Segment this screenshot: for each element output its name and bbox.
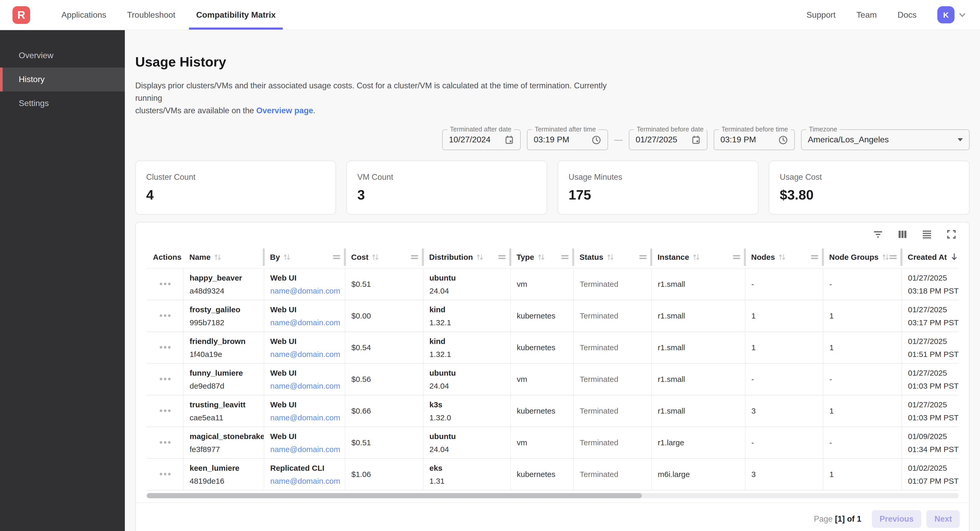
sort-icon[interactable] — [537, 253, 545, 262]
topnav-link-team[interactable]: Team — [856, 10, 877, 19]
row-actions-button[interactable] — [153, 378, 178, 380]
column-header[interactable]: Status — [573, 246, 651, 268]
column-resize-handle[interactable] — [822, 248, 824, 266]
column-resize-handle[interactable] — [422, 248, 424, 266]
distribution-cell: ubuntu 24.04 — [423, 426, 510, 458]
node-groups-cell: 1 — [823, 458, 902, 490]
clock-icon[interactable] — [778, 135, 788, 145]
column-header[interactable]: Node Groups — [823, 246, 902, 268]
column-resize-handle[interactable] — [744, 248, 746, 266]
column-header[interactable]: Name — [183, 246, 264, 268]
email-link[interactable]: name@domain.com — [270, 476, 339, 485]
column-header[interactable]: Nodes — [745, 246, 823, 268]
field-value[interactable]: 03:19 PM — [534, 135, 570, 144]
row-actions-button[interactable] — [153, 441, 178, 444]
topnav-item-compatibility-matrix[interactable]: Compatibility Matrix — [186, 0, 286, 30]
sidebar-item-history[interactable]: History — [0, 68, 125, 92]
column-drag-icon[interactable] — [639, 255, 647, 260]
sort-icon[interactable] — [372, 253, 379, 262]
sort-icon[interactable] — [283, 253, 291, 262]
column-resize-handle[interactable] — [509, 248, 511, 266]
table-header-row: Actions Name By — [147, 246, 959, 268]
column-header[interactable]: Created At — [902, 246, 959, 268]
filter-bar: Terminated after date 10/27/2024 Termina… — [135, 129, 970, 150]
sort-icon[interactable] — [778, 253, 786, 262]
sort-icon[interactable] — [606, 253, 614, 262]
terminated-before-time-field[interactable]: Terminated before time 03:19 PM — [714, 129, 795, 150]
next-page-button[interactable]: Next — [927, 510, 960, 528]
column-resize-handle[interactable] — [900, 248, 902, 266]
columns-icon[interactable] — [897, 229, 908, 239]
density-icon[interactable] — [922, 229, 932, 239]
topnav-item-applications[interactable]: Applications — [51, 0, 117, 30]
sidebar-item-settings[interactable]: Settings — [0, 92, 125, 115]
column-header[interactable]: Cost — [345, 246, 423, 268]
clock-icon[interactable] — [592, 135, 601, 145]
topnav-link-support[interactable]: Support — [807, 10, 836, 19]
field-value[interactable]: 01/27/2025 — [636, 135, 677, 144]
email-link[interactable]: name@domain.com — [270, 381, 339, 390]
column-drag-icon[interactable] — [332, 255, 341, 260]
terminated-after-date-field[interactable]: Terminated after date 10/27/2024 — [442, 129, 521, 150]
column-drag-icon[interactable] — [561, 255, 569, 260]
topnav-item-troubleshoot[interactable]: Troubleshoot — [117, 0, 186, 30]
field-value[interactable]: 10/27/2024 — [449, 135, 490, 144]
column-header[interactable]: Instance — [651, 246, 745, 268]
calendar-icon[interactable] — [691, 135, 701, 144]
nodes-cell: - — [745, 426, 823, 458]
field-value[interactable]: America/Los_Angeles — [808, 135, 889, 144]
column-drag-icon[interactable] — [498, 255, 506, 260]
calendar-icon[interactable] — [504, 135, 514, 144]
cluster-name: frosty_galileo — [189, 305, 258, 314]
row-actions-button[interactable] — [153, 473, 178, 476]
fullscreen-icon[interactable] — [946, 229, 956, 239]
email-link[interactable]: name@domain.com — [270, 349, 339, 358]
sidebar-item-overview[interactable]: Overview — [0, 44, 125, 68]
column-header[interactable]: Distribution — [423, 246, 510, 268]
row-actions-button[interactable] — [153, 314, 178, 317]
row-actions-button[interactable] — [153, 346, 178, 349]
topnav-link-docs[interactable]: Docs — [897, 10, 916, 19]
row-actions-button[interactable] — [153, 283, 178, 285]
column-resize-handle[interactable] — [650, 248, 652, 266]
column-drag-icon[interactable] — [410, 255, 419, 260]
row-actions-button[interactable] — [153, 409, 178, 412]
overview-page-link[interactable]: Overview page — [256, 106, 313, 115]
column-label: Status — [579, 253, 603, 262]
account-menu[interactable]: K — [937, 6, 966, 24]
distribution-name: ubuntu — [430, 431, 505, 440]
column-drag-icon[interactable] — [810, 255, 819, 260]
sorted-descending-icon[interactable] — [950, 253, 959, 262]
column-header[interactable]: Type — [510, 246, 573, 268]
email-link[interactable]: name@domain.com — [270, 413, 339, 422]
column-header[interactable]: By — [264, 246, 345, 268]
horizontal-scrollbar-thumb[interactable] — [147, 493, 642, 498]
distribution-cell: eks 1.31 — [423, 458, 510, 490]
field-value[interactable]: 03:19 PM — [721, 135, 756, 144]
sort-icon[interactable] — [882, 253, 889, 262]
dropdown-arrow-icon[interactable] — [958, 138, 963, 141]
column-resize-handle[interactable] — [572, 248, 574, 266]
column-drag-icon[interactable] — [732, 255, 741, 260]
avatar[interactable]: K — [937, 6, 955, 24]
usage-history-table: Actions Name By — [147, 246, 959, 490]
column-label: Distribution — [429, 253, 473, 262]
horizontal-scrollbar-track[interactable] — [147, 493, 959, 498]
timezone-select[interactable]: Timezone America/Los_Angeles — [801, 129, 970, 150]
sort-icon[interactable] — [476, 253, 484, 262]
terminated-after-time-field[interactable]: Terminated after time 03:19 PM — [527, 129, 608, 150]
previous-page-button[interactable]: Previous — [872, 510, 921, 528]
sort-icon[interactable] — [214, 253, 221, 262]
email-link[interactable]: name@domain.com — [270, 318, 339, 327]
terminated-before-date-field[interactable]: Terminated before date 01/27/2025 — [629, 129, 708, 150]
column-drag-icon[interactable] — [889, 255, 897, 260]
sort-icon[interactable] — [692, 253, 700, 262]
replicated-logo[interactable]: R — [13, 6, 30, 24]
column-resize-handle[interactable] — [344, 248, 346, 266]
column-resize-handle[interactable] — [262, 248, 265, 266]
chevron-down-icon[interactable] — [958, 11, 966, 19]
email-link[interactable]: name@domain.com — [270, 444, 339, 453]
email-link[interactable]: name@domain.com — [270, 286, 339, 295]
column-header[interactable]: Actions — [147, 246, 183, 268]
filter-icon[interactable] — [873, 229, 883, 239]
